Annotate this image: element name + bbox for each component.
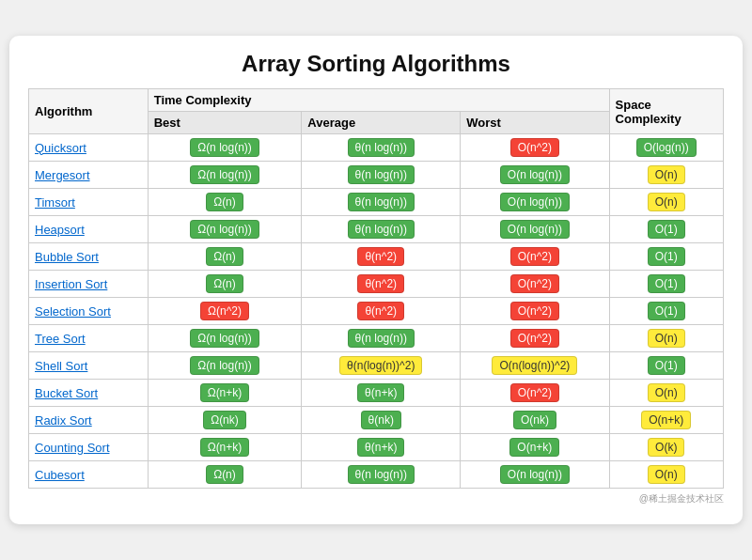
algo-name[interactable]: Shell Sort bbox=[35, 359, 87, 373]
algo-name[interactable]: Insertion Sort bbox=[35, 277, 107, 291]
average-cell: θ(n log(n)) bbox=[302, 189, 461, 216]
algo-name[interactable]: Radix Sort bbox=[35, 413, 92, 428]
average-badge: θ(n log(n)) bbox=[348, 165, 415, 184]
worst-space-badge: O(log(n)) bbox=[636, 138, 697, 157]
table-row: HeapsortΩ(n log(n))θ(n log(n))O(n log(n)… bbox=[29, 216, 724, 243]
worst-time-cell: O(n log(n)) bbox=[461, 189, 609, 216]
average-badge: θ(n^2) bbox=[357, 247, 404, 266]
algo-name-cell[interactable]: Selection Sort bbox=[29, 298, 149, 325]
best-cell: Ω(n log(n)) bbox=[148, 216, 302, 243]
best-badge: Ω(nk) bbox=[203, 411, 246, 429]
average-badge: θ(n^2) bbox=[357, 302, 404, 320]
average-cell: θ(n+k) bbox=[302, 380, 461, 407]
algo-name-cell[interactable]: Timsort bbox=[29, 189, 149, 216]
average-badge: θ(nk) bbox=[361, 411, 401, 429]
table-row: Radix SortΩ(nk)θ(nk)O(nk)O(n+k) bbox=[29, 407, 724, 434]
best-cell: Ω(n log(n)) bbox=[148, 162, 302, 189]
header-space-complexity: Space Complexity bbox=[609, 89, 723, 134]
algo-name[interactable]: Bucket Sort bbox=[35, 386, 98, 400]
best-badge: Ω(n^2) bbox=[200, 302, 249, 320]
best-cell: Ω(n log(n)) bbox=[148, 134, 302, 162]
header-average: Average bbox=[302, 112, 461, 134]
average-cell: θ(n+k) bbox=[302, 434, 461, 461]
worst-time-badge: O(n^2) bbox=[510, 383, 559, 402]
average-cell: θ(n log(n)) bbox=[302, 162, 461, 189]
best-badge: Ω(n) bbox=[206, 274, 243, 293]
worst-time-cell: O(n^2) bbox=[461, 134, 609, 162]
table-row: TimsortΩ(n)θ(n log(n))O(n log(n))O(n) bbox=[29, 189, 724, 216]
algo-name[interactable]: Mergesort bbox=[35, 168, 90, 182]
best-badge: Ω(n log(n)) bbox=[190, 165, 259, 184]
worst-time-cell: O(n log(n)) bbox=[461, 216, 609, 243]
algo-name-cell[interactable]: Counting Sort bbox=[29, 434, 149, 461]
average-badge: θ(n log(n)) bbox=[348, 138, 415, 157]
average-badge: θ(n log(n)) bbox=[348, 220, 415, 239]
average-cell: θ(n^2) bbox=[302, 298, 461, 325]
average-cell: θ(n log(n)) bbox=[302, 134, 461, 162]
algo-name[interactable]: Cubesort bbox=[35, 468, 85, 482]
worst-space-badge: O(n) bbox=[648, 165, 685, 184]
algo-name[interactable]: Tree Sort bbox=[35, 332, 86, 346]
worst-space-cell: O(n) bbox=[609, 461, 723, 489]
algo-name-cell[interactable]: Bucket Sort bbox=[29, 380, 149, 407]
algo-name-cell[interactable]: Cubesort bbox=[29, 461, 149, 489]
best-cell: Ω(n) bbox=[148, 189, 302, 216]
algo-name[interactable]: Bubble Sort bbox=[35, 250, 99, 264]
algo-name-cell[interactable]: Quicksort bbox=[29, 134, 149, 162]
average-badge: θ(n^2) bbox=[357, 274, 404, 293]
worst-time-badge: O(n+k) bbox=[509, 438, 559, 457]
best-badge: Ω(n log(n)) bbox=[190, 329, 259, 348]
best-badge: Ω(n+k) bbox=[200, 383, 250, 402]
worst-space-cell: O(1) bbox=[609, 352, 723, 380]
algo-name[interactable]: Counting Sort bbox=[35, 441, 110, 455]
worst-space-badge: O(n+k) bbox=[641, 411, 691, 429]
algo-name-cell[interactable]: Bubble Sort bbox=[29, 243, 149, 271]
worst-time-cell: O(n+k) bbox=[461, 434, 609, 461]
worst-space-badge: O(1) bbox=[648, 247, 685, 266]
average-badge: θ(n+k) bbox=[357, 383, 404, 402]
algo-name[interactable]: Quicksort bbox=[35, 141, 86, 155]
table-row: Shell SortΩ(n log(n))θ(n(log(n))^2)O(n(l… bbox=[29, 352, 724, 380]
average-cell: θ(n log(n)) bbox=[302, 325, 461, 352]
worst-space-cell: O(log(n)) bbox=[609, 134, 723, 162]
best-cell: Ω(n log(n)) bbox=[148, 352, 302, 380]
worst-space-cell: O(n) bbox=[609, 189, 723, 216]
average-cell: θ(n(log(n))^2) bbox=[302, 352, 461, 380]
average-cell: θ(n^2) bbox=[302, 271, 461, 298]
best-cell: Ω(n^2) bbox=[148, 298, 302, 325]
table-row: QuicksortΩ(n log(n))θ(n log(n))O(n^2)O(l… bbox=[29, 134, 724, 162]
algo-name-cell[interactable]: Radix Sort bbox=[29, 407, 149, 434]
worst-time-badge: O(n^2) bbox=[510, 247, 559, 266]
worst-space-badge: O(n) bbox=[648, 193, 685, 211]
algo-name-cell[interactable]: Shell Sort bbox=[29, 352, 149, 380]
algo-name-cell[interactable]: Mergesort bbox=[29, 162, 149, 189]
worst-time-badge: O(n^2) bbox=[510, 302, 559, 320]
worst-space-badge: O(1) bbox=[648, 356, 685, 375]
worst-space-badge: O(1) bbox=[648, 302, 685, 320]
worst-space-cell: O(1) bbox=[609, 243, 723, 271]
worst-space-badge: O(1) bbox=[648, 220, 685, 239]
best-cell: Ω(n+k) bbox=[148, 434, 302, 461]
header-time-complexity: Time Complexity bbox=[148, 89, 609, 112]
worst-time-badge: O(n^2) bbox=[510, 329, 559, 348]
algo-name-cell[interactable]: Insertion Sort bbox=[29, 271, 149, 298]
average-badge: θ(n+k) bbox=[357, 438, 404, 457]
worst-time-cell: O(n^2) bbox=[461, 325, 609, 352]
table-row: MergesortΩ(n log(n))θ(n log(n))O(n log(n… bbox=[29, 162, 724, 189]
average-cell: θ(n log(n)) bbox=[302, 216, 461, 243]
best-badge: Ω(n log(n)) bbox=[190, 356, 259, 375]
sorting-table: Algorithm Time Complexity Space Complexi… bbox=[28, 88, 724, 489]
worst-time-cell: O(n^2) bbox=[461, 271, 609, 298]
algo-name-cell[interactable]: Tree Sort bbox=[29, 325, 149, 352]
algo-name-cell[interactable]: Heapsort bbox=[29, 216, 149, 243]
average-badge: θ(n(log(n))^2) bbox=[339, 356, 422, 375]
algo-name[interactable]: Timsort bbox=[35, 195, 75, 210]
algo-name[interactable]: Selection Sort bbox=[35, 304, 111, 319]
header-worst-time: Worst bbox=[461, 112, 609, 134]
worst-space-cell: O(n) bbox=[609, 380, 723, 407]
worst-time-badge: O(n log(n)) bbox=[500, 193, 570, 211]
best-badge: Ω(n log(n)) bbox=[190, 138, 259, 157]
algo-name[interactable]: Heapsort bbox=[35, 223, 85, 237]
best-cell: Ω(n log(n)) bbox=[148, 325, 302, 352]
worst-time-cell: O(n(log(n))^2) bbox=[461, 352, 609, 380]
